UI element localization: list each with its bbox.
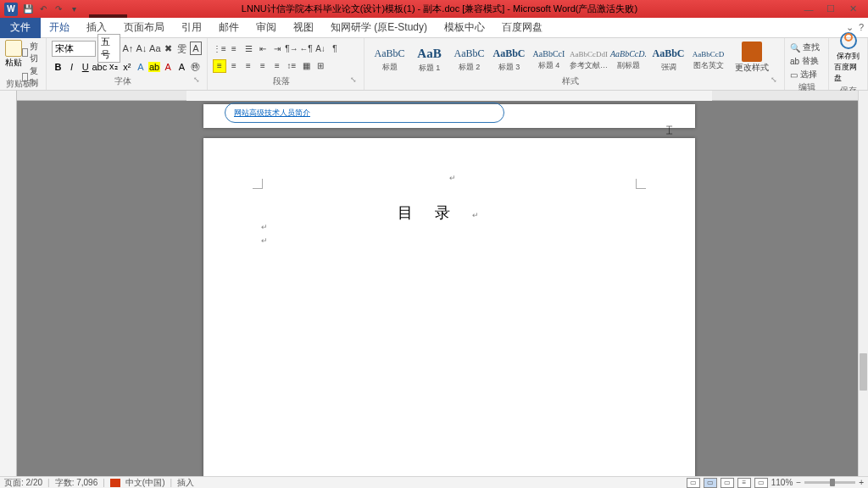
view-print-icon[interactable]: ▭ (687, 478, 700, 488)
change-styles-button[interactable]: 更改样式 (728, 40, 775, 75)
style-subtitle[interactable]: AaBbCcD.副标题 (609, 40, 648, 75)
window-title: LNNU计信学院本科毕业论文(设计)模板(1) - 副本.doc [兼容模式] … (81, 3, 798, 15)
page-current[interactable]: ↵ 目录↵ ↵ ↵ (203, 138, 695, 476)
clipboard-group: 粘贴 剪切 复制 格式刷 剪贴板⤡ (0, 38, 47, 90)
tab-home[interactable]: 开始 (41, 18, 78, 38)
document-scroll[interactable]: 网站高级技术人员简介 ↵ 目录↵ ↵ ↵ (17, 91, 868, 476)
strike-button[interactable]: abc (92, 60, 106, 74)
tab-layout[interactable]: 页面布局 (115, 18, 173, 38)
increase-indent-icon[interactable]: ⇥ (270, 42, 284, 55)
style-heading1[interactable]: AaB标题 1 (409, 40, 449, 75)
shading-icon[interactable]: ▦ (299, 59, 313, 73)
char-shading-icon[interactable]: A (175, 60, 188, 74)
find-button[interactable]: 🔍查找 (790, 42, 823, 53)
maximize-button[interactable]: ☐ (820, 1, 842, 18)
hyperlink-text[interactable]: 网站高级技术人员简介 (234, 108, 310, 119)
view-draft-icon[interactable]: ▭ (754, 478, 768, 488)
rtl-icon[interactable]: ←¶ (299, 42, 313, 55)
redo-icon[interactable]: ↷ (53, 3, 64, 15)
ltr-icon[interactable]: ¶→ (285, 42, 298, 55)
style-heading4[interactable]: AaBbCcI标题 4 (529, 40, 569, 75)
style-refs[interactable]: AaBbCcDdI参考文献… (569, 40, 609, 75)
font-launcher-icon[interactable]: ⤡ (193, 75, 200, 84)
para-mark: ↵ (449, 174, 456, 182)
align-right-icon[interactable]: ≡ (242, 59, 255, 73)
tab-baidu[interactable]: 百度网盘 (493, 18, 551, 38)
grow-font-icon[interactable]: A↑ (122, 42, 134, 55)
tab-view[interactable]: 视图 (285, 18, 322, 38)
change-case-icon[interactable]: Aa (149, 42, 161, 55)
decrease-indent-icon[interactable]: ⇤ (256, 42, 270, 55)
view-web-icon[interactable]: ▭ (721, 478, 734, 488)
vertical-scrollbar[interactable] (858, 91, 868, 476)
zoom-level[interactable]: 110% (771, 478, 793, 487)
subscript-button[interactable]: x₂ (107, 60, 120, 74)
zoom-in-button[interactable]: + (859, 478, 864, 487)
toc-heading[interactable]: 目录↵ (203, 202, 695, 223)
status-mode[interactable]: 插入 (177, 477, 194, 489)
phonetic-icon[interactable]: 雯 (176, 42, 188, 55)
line-spacing-icon[interactable]: ↕≡ (285, 59, 298, 73)
style-caption[interactable]: AaBbCcD图名英文 (688, 40, 728, 75)
tab-estudy[interactable]: 知网研学 (原E-Study) (322, 18, 436, 38)
highlight-button[interactable]: ab (148, 60, 161, 74)
align-center-icon[interactable]: ≡ (227, 59, 241, 73)
save-baidu-button[interactable]: 保存到 百度网盘 (834, 30, 862, 84)
tab-mailings[interactable]: 邮件 (210, 18, 248, 38)
view-read-icon[interactable]: ▭ (704, 478, 717, 488)
text-effect-icon[interactable]: A (134, 60, 147, 74)
styles-launcher-icon[interactable]: ⤡ (771, 75, 777, 84)
enclose-char-icon[interactable]: ㊕ (189, 60, 202, 74)
style-heading2[interactable]: AaBbC标题 2 (449, 40, 489, 75)
close-button[interactable]: ✕ (842, 1, 864, 18)
font-color-button[interactable]: A (162, 60, 175, 74)
sort-icon[interactable]: A↓ (314, 42, 327, 55)
style-title[interactable]: AaBbC标题 (370, 40, 409, 75)
status-lang[interactable]: 中文(中国) (125, 477, 165, 489)
save-icon[interactable]: 💾 (22, 3, 34, 15)
bold-button[interactable]: B (52, 60, 64, 74)
underline-button[interactable]: U (79, 60, 92, 74)
cut-button[interactable]: 剪切 (22, 41, 41, 64)
shrink-font-icon[interactable]: A↓ (136, 42, 147, 55)
replace-button[interactable]: ab替换 (790, 55, 823, 67)
bullets-icon[interactable]: ⋮≡ (213, 42, 226, 55)
superscript-button[interactable]: x² (120, 60, 133, 74)
horizontal-ruler[interactable] (186, 91, 712, 101)
font-name-select[interactable]: 宋体 (52, 41, 96, 57)
status-words[interactable]: 字数: 7,096 (55, 477, 98, 489)
zoom-out-button[interactable]: − (796, 478, 801, 487)
paste-button[interactable]: 粘贴 (5, 40, 22, 77)
align-left-icon[interactable]: ≡ (213, 59, 226, 73)
multilevel-icon[interactable]: ☰ (242, 42, 255, 55)
char-border-icon[interactable]: A (190, 42, 202, 55)
undo-icon[interactable]: ↶ (37, 3, 49, 15)
editing-group: 🔍查找 ab替换 ▭选择 编辑 (785, 38, 829, 90)
page-previous[interactable]: 网站高级技术人员简介 (203, 104, 695, 128)
style-heading3[interactable]: AaBbC标题 3 (489, 40, 529, 75)
minimize-button[interactable]: — (798, 1, 820, 18)
scrollbar-thumb[interactable] (860, 353, 867, 391)
distribute-icon[interactable]: ≡ (270, 59, 284, 73)
vertical-ruler[interactable] (0, 91, 17, 476)
borders-icon[interactable]: ⊞ (314, 59, 327, 73)
numbering-icon[interactable]: ≡ (227, 42, 241, 55)
qat-more-icon[interactable]: ▾ (68, 3, 80, 15)
show-marks-icon[interactable]: ¶ (328, 42, 342, 55)
scissors-icon (22, 48, 28, 57)
tab-review[interactable]: 审阅 (248, 18, 285, 38)
status-page[interactable]: 页面: 2/20 (4, 477, 42, 489)
tab-file[interactable]: 文件 (0, 18, 41, 38)
clear-format-icon[interactable]: ✖ (163, 42, 175, 55)
view-outline-icon[interactable]: ≡ (737, 478, 751, 488)
italic-button[interactable]: I (65, 60, 78, 74)
style-emphasis[interactable]: AaBbC强调 (648, 40, 688, 75)
zoom-slider[interactable] (804, 481, 855, 484)
clipboard-launcher-icon[interactable]: ⤡ (32, 78, 39, 86)
select-button[interactable]: ▭选择 (790, 69, 823, 80)
tab-references[interactable]: 引用 (173, 18, 210, 38)
tab-template[interactable]: 模板中心 (436, 18, 493, 38)
font-group: 宋体 五号 A↑ A↓ Aa ✖ 雯 A B I U abc x₂ x² A a… (47, 38, 208, 90)
para-launcher-icon[interactable]: ⤡ (350, 75, 357, 84)
justify-icon[interactable]: ≡ (256, 59, 270, 73)
